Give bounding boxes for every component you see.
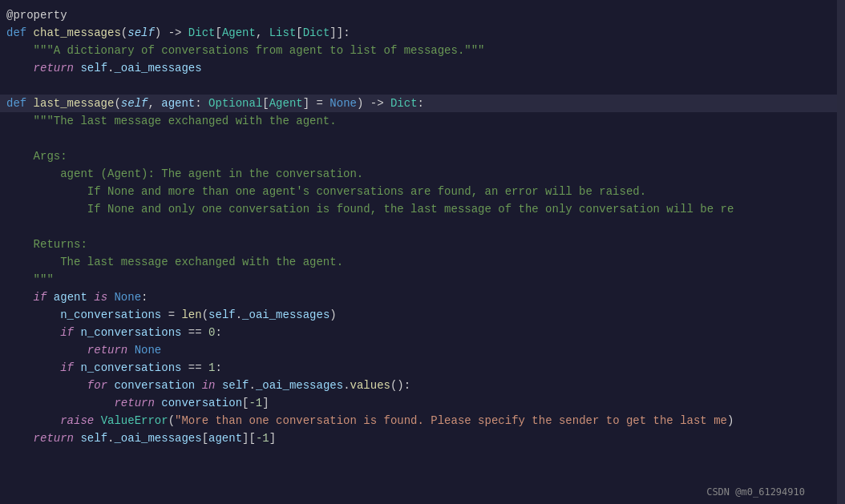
code-line-24: raise ValueError("More than one conversa…: [0, 412, 845, 429]
code-line-25: return self._oai_messages[agent][-1]: [0, 429, 845, 447]
code-line-20: return None: [0, 341, 845, 359]
code-line-6: def last_message(self, agent: Optional[A…: [0, 95, 845, 112]
code-line-14: Returns:: [0, 236, 845, 253]
code-line-12: If None and only one conversation is fou…: [0, 200, 845, 218]
code-line-18: n_conversations = len(self._oai_messages…: [0, 306, 845, 324]
code-line-22: for conversation in self._oai_messages.v…: [0, 377, 845, 394]
code-line-23: return conversation[-1]: [0, 394, 845, 412]
code-line-17: if agent is None:: [0, 288, 845, 306]
code-line-10: agent (Agent): The agent in the conversa…: [0, 165, 845, 183]
code-line-1: @property: [0, 6, 845, 24]
scrollbar[interactable]: [837, 0, 845, 504]
code-editor: @property def chat_messages(self) -> Dic…: [0, 0, 845, 504]
watermark: CSDN @m0_61294910: [706, 486, 805, 498]
code-line-21: if n_conversations == 1:: [0, 359, 845, 377]
code-line-15: The last message exchanged with the agen…: [0, 253, 845, 271]
code-line-9: Args:: [0, 147, 845, 165]
code-line-7: """The last message exchanged with the a…: [0, 112, 845, 130]
code-line-16: """: [0, 271, 845, 288]
code-line-2: def chat_messages(self) -> Dict[Agent, L…: [0, 24, 845, 42]
code-line-19: if n_conversations == 0:: [0, 324, 845, 341]
code-line-5: [0, 77, 845, 95]
code-line-11: If None and more than one agent's conver…: [0, 183, 845, 200]
code-line-8: [0, 130, 845, 147]
code-line-4: return self._oai_messages: [0, 59, 845, 77]
code-line-3: """A dictionary of conversations from ag…: [0, 42, 845, 59]
code-line-13: [0, 218, 845, 236]
